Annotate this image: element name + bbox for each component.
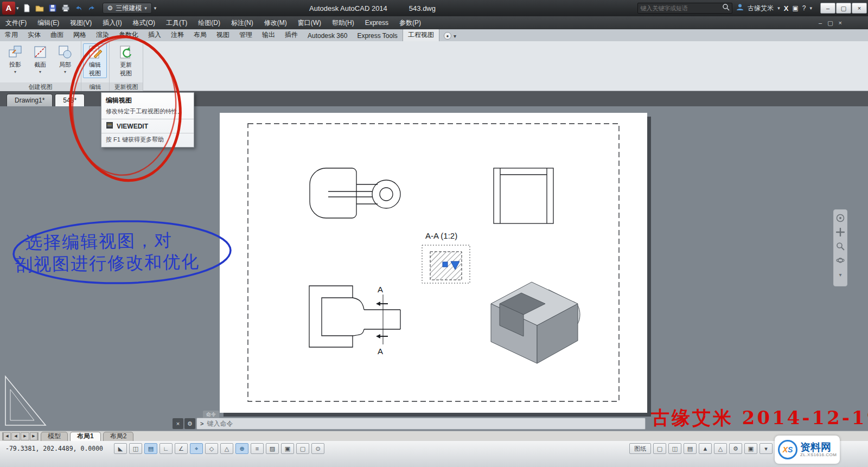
annotation-scale-button[interactable]: ▲ — [699, 443, 712, 454]
command-close-icon[interactable]: × — [173, 418, 183, 429]
prev-tab-icon[interactable]: ◀ — [11, 432, 20, 440]
qat-customize-icon[interactable]: ▾ — [154, 5, 157, 11]
paper-space-button[interactable]: 图纸 — [629, 443, 651, 454]
command-input[interactable]: > 键入命令 — [196, 418, 646, 430]
search-icon[interactable] — [722, 3, 730, 13]
panel-label-create-view[interactable]: 创建视图 — [0, 82, 81, 91]
first-tab-icon[interactable]: ◀ — [2, 432, 11, 440]
ribbon-tab-mesh[interactable]: 网格 — [68, 29, 91, 41]
menu-view[interactable]: 视图(V) — [65, 16, 97, 29]
ribbon-tab-layout[interactable]: 布局 — [189, 29, 212, 41]
selection-cycling-toggle[interactable]: ▢ — [296, 443, 309, 454]
command-customize-icon[interactable]: ⚙ — [184, 418, 195, 429]
zoom-icon[interactable] — [835, 241, 845, 251]
navbar-more-icon[interactable]: ▾ — [835, 270, 845, 279]
quick-properties-toggle[interactable]: ▣ — [281, 443, 294, 454]
signin-user[interactable]: 古缘艾米 — [748, 4, 774, 13]
quick-view-layouts-button[interactable]: ◫ — [668, 443, 681, 454]
menu-dimension[interactable]: 标注(N) — [226, 16, 259, 29]
save-button[interactable] — [47, 3, 58, 14]
plot-button[interactable] — [60, 3, 71, 14]
menu-window[interactable]: 窗口(W) — [292, 16, 327, 29]
communication-center-icon[interactable]: ▣ — [792, 4, 798, 12]
annotation-visibility-button[interactable]: △ — [714, 443, 727, 454]
ribbon-minimize-icon[interactable]: ▾ — [454, 33, 456, 39]
ribbon-tab-view[interactable]: 视图 — [212, 29, 234, 41]
next-tab-icon[interactable]: ▶ — [21, 432, 29, 440]
file-tab-drawing1[interactable]: Drawing1* — [7, 94, 53, 106]
dynamic-ucs-toggle[interactable]: △ — [220, 443, 233, 454]
ribbon-tab-annotate[interactable]: 注释 — [166, 29, 189, 41]
menu-format[interactable]: 格式(O) — [127, 16, 161, 29]
close-button[interactable]: × — [852, 3, 867, 14]
help-icon[interactable]: ? — [802, 4, 806, 12]
tab-model[interactable]: 模型 — [41, 432, 68, 441]
steering-wheel-icon[interactable] — [835, 213, 845, 223]
last-tab-icon[interactable]: ▶ — [30, 432, 39, 440]
new-file-button[interactable] — [21, 3, 32, 14]
ribbon-tab-manage[interactable]: 管理 — [234, 29, 257, 41]
grid-toggle[interactable]: ▤ — [144, 443, 157, 454]
workspace-gear-button[interactable]: ⚙ — [729, 443, 742, 454]
section-view-button[interactable]: 截面 ▾ — [28, 43, 52, 75]
menu-express[interactable]: Express — [360, 16, 394, 29]
file-tab-543[interactable]: 543* — [55, 94, 85, 106]
ribbon-tab-plugins[interactable]: 插件 — [280, 29, 303, 41]
ribbon-tab-parametric[interactable]: 参数化 — [114, 29, 143, 41]
menu-draw[interactable]: 绘图(D) — [193, 16, 226, 29]
tab-layout1[interactable]: 布局1 — [70, 432, 101, 441]
ribbon-tab-output[interactable]: 输出 — [257, 29, 280, 41]
clean-screen-button[interactable]: ▣ — [744, 443, 757, 454]
transparency-toggle[interactable]: ▨ — [266, 443, 279, 454]
lineweight-toggle[interactable]: ≡ — [251, 443, 264, 454]
mdi-restore-button[interactable]: ▢ — [827, 20, 833, 27]
3d-object-snap-toggle[interactable]: ◇ — [205, 443, 218, 454]
chevron-down-icon[interactable]: ▾ — [777, 5, 780, 11]
undo-button[interactable] — [73, 3, 84, 14]
ribbon-tab-render[interactable]: 渲染 — [91, 29, 114, 41]
panel-label-edit[interactable]: 编辑 — [81, 82, 109, 91]
view-top[interactable] — [310, 168, 400, 218]
infer-constraints-toggle[interactable]: ◣ — [114, 443, 127, 454]
pan-icon[interactable] — [835, 227, 845, 237]
update-view-button[interactable]: 更新 视图 — [114, 43, 138, 78]
view-front[interactable]: A A — [309, 285, 400, 356]
drawing-area[interactable]: A-A (1:2) — [0, 106, 868, 431]
mdi-close-button[interactable]: × — [839, 20, 842, 27]
workspace-switcher[interactable]: ⚙ 三维建模 ▾ — [103, 3, 152, 14]
restore-button[interactable]: ▢ — [836, 3, 851, 14]
menu-edit[interactable]: 编辑(E) — [32, 16, 65, 29]
tab-layout2[interactable]: 布局2 — [103, 432, 134, 441]
annotation-monitor-toggle[interactable]: ⊙ — [311, 443, 324, 454]
model-space-button[interactable]: ▢ — [653, 443, 666, 454]
ribbon-tab-solid[interactable]: 实体 — [23, 29, 46, 41]
dynamic-input-toggle[interactable]: ⊕ — [235, 443, 248, 454]
ribbon-tab-home[interactable]: 常用 — [0, 29, 23, 41]
grip-square[interactable] — [443, 262, 448, 267]
snap-toggle[interactable]: ◫ — [129, 443, 142, 454]
panel-label-update-view[interactable]: 更新视图 — [110, 82, 143, 91]
chevron-down-icon[interactable]: ▾ — [809, 5, 812, 11]
exchange-apps-icon[interactable]: X — [784, 4, 789, 12]
app-menu-button[interactable]: A ▾ — [2, 2, 19, 15]
ribbon-tab-insert[interactable]: 插入 — [143, 29, 166, 41]
ribbon-cycle-icon[interactable]: ● — [444, 32, 451, 40]
menu-parametric[interactable]: 参数(P) — [394, 16, 426, 29]
menu-modify[interactable]: 修改(M) — [259, 16, 292, 29]
view-isometric-3d[interactable] — [491, 282, 580, 363]
menu-tools[interactable]: 工具(T) — [161, 16, 193, 29]
menu-help[interactable]: 帮助(H) — [327, 16, 360, 29]
mdi-minimize-button[interactable]: – — [819, 20, 822, 27]
ribbon-tab-drawing-views[interactable]: 工程视图 — [403, 28, 439, 41]
ortho-toggle[interactable]: ∟ — [159, 443, 173, 454]
quick-view-drawings-button[interactable]: ▤ — [684, 443, 697, 454]
search-input[interactable] — [640, 5, 722, 11]
projected-view-button[interactable]: 投影 ▾ — [3, 43, 27, 75]
ribbon-tab-autodesk360[interactable]: Autodesk 360 — [303, 30, 352, 41]
minimize-button[interactable]: – — [820, 3, 835, 14]
object-snap-toggle[interactable]: ⌖ — [190, 443, 203, 454]
redo-button[interactable] — [86, 3, 97, 14]
orbit-icon[interactable] — [835, 255, 845, 265]
menu-file[interactable]: 文件(F) — [0, 16, 32, 29]
menu-insert[interactable]: 插入(I) — [97, 16, 127, 29]
